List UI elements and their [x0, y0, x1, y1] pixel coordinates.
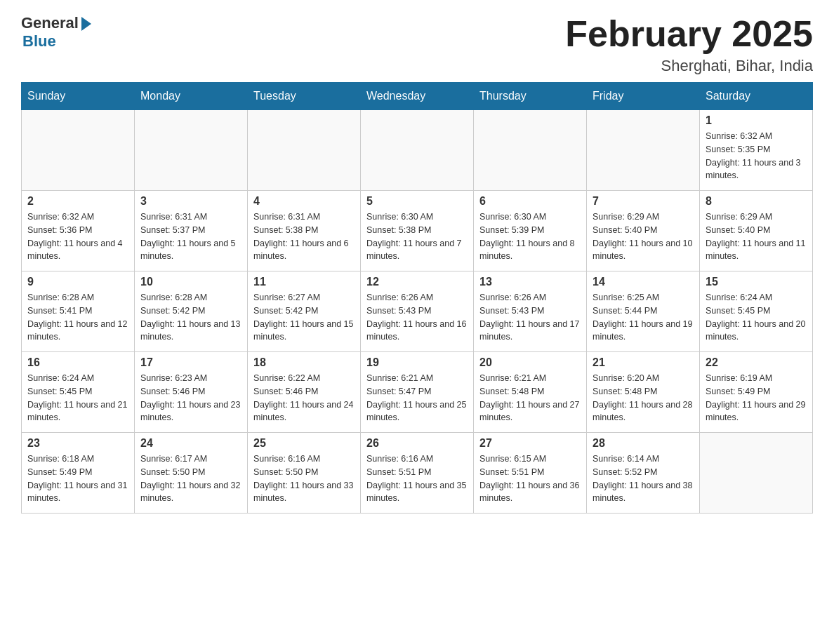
day-info-text: Sunrise: 6:28 AM Sunset: 5:41 PM Dayligh…: [27, 291, 128, 344]
calendar-cell: 8Sunrise: 6:29 AM Sunset: 5:40 PM Daylig…: [700, 191, 813, 271]
weekday-header-friday: Friday: [587, 83, 700, 110]
day-number: 19: [366, 356, 468, 369]
day-info-text: Sunrise: 6:31 AM Sunset: 5:38 PM Dayligh…: [253, 210, 355, 263]
calendar-cell: 10Sunrise: 6:28 AM Sunset: 5:42 PM Dayli…: [135, 271, 248, 352]
day-info-text: Sunrise: 6:22 AM Sunset: 5:46 PM Dayligh…: [253, 372, 355, 424]
day-number: 3: [140, 195, 241, 208]
calendar-cell: 4Sunrise: 6:31 AM Sunset: 5:38 PM Daylig…: [248, 191, 361, 271]
day-info-text: Sunrise: 6:17 AM Sunset: 5:50 PM Dayligh…: [140, 452, 241, 505]
logo-general-text: General: [21, 14, 79, 32]
day-info-text: Sunrise: 6:29 AM Sunset: 5:40 PM Dayligh…: [593, 210, 694, 263]
day-number: 26: [366, 437, 468, 450]
logo-arrow-icon: [81, 17, 91, 31]
day-number: 18: [253, 356, 355, 369]
weekday-header-tuesday: Tuesday: [248, 83, 361, 110]
day-number: 5: [366, 195, 468, 208]
day-number: 9: [27, 276, 128, 288]
day-info-text: Sunrise: 6:19 AM Sunset: 5:49 PM Dayligh…: [706, 372, 807, 424]
calendar-cell: 2Sunrise: 6:32 AM Sunset: 5:36 PM Daylig…: [22, 191, 135, 271]
week-row-2: 2Sunrise: 6:32 AM Sunset: 5:36 PM Daylig…: [22, 191, 813, 271]
day-info-text: Sunrise: 6:15 AM Sunset: 5:51 PM Dayligh…: [479, 452, 581, 505]
calendar-cell: [474, 110, 587, 191]
day-number: 12: [366, 276, 468, 288]
calendar-cell: 9Sunrise: 6:28 AM Sunset: 5:41 PM Daylig…: [22, 271, 135, 352]
calendar-cell: 21Sunrise: 6:20 AM Sunset: 5:48 PM Dayli…: [587, 352, 700, 433]
day-info-text: Sunrise: 6:30 AM Sunset: 5:38 PM Dayligh…: [366, 210, 468, 263]
day-info-text: Sunrise: 6:24 AM Sunset: 5:45 PM Dayligh…: [27, 372, 128, 424]
calendar-cell: [361, 110, 474, 191]
calendar-cell: 22Sunrise: 6:19 AM Sunset: 5:49 PM Dayli…: [700, 352, 813, 433]
day-info-text: Sunrise: 6:16 AM Sunset: 5:51 PM Dayligh…: [366, 452, 468, 505]
page-header: General Blue February 2025 Sherghati, Bi…: [21, 14, 813, 75]
calendar-cell: 27Sunrise: 6:15 AM Sunset: 5:51 PM Dayli…: [474, 433, 587, 514]
day-info-text: Sunrise: 6:32 AM Sunset: 5:35 PM Dayligh…: [706, 130, 807, 182]
day-info-text: Sunrise: 6:32 AM Sunset: 5:36 PM Dayligh…: [27, 210, 128, 263]
day-info-text: Sunrise: 6:18 AM Sunset: 5:49 PM Dayligh…: [27, 452, 128, 505]
calendar-cell: 15Sunrise: 6:24 AM Sunset: 5:45 PM Dayli…: [700, 271, 813, 352]
day-info-text: Sunrise: 6:21 AM Sunset: 5:47 PM Dayligh…: [366, 372, 468, 424]
calendar-cell: 3Sunrise: 6:31 AM Sunset: 5:37 PM Daylig…: [135, 191, 248, 271]
day-number: 23: [27, 437, 128, 450]
calendar-cell: 1Sunrise: 6:32 AM Sunset: 5:35 PM Daylig…: [700, 110, 813, 191]
day-number: 10: [140, 276, 241, 288]
month-title: February 2025: [565, 14, 813, 54]
day-info-text: Sunrise: 6:26 AM Sunset: 5:43 PM Dayligh…: [479, 291, 581, 344]
calendar-cell: 6Sunrise: 6:30 AM Sunset: 5:39 PM Daylig…: [474, 191, 587, 271]
calendar-cell: 11Sunrise: 6:27 AM Sunset: 5:42 PM Dayli…: [248, 271, 361, 352]
calendar-cell: 20Sunrise: 6:21 AM Sunset: 5:48 PM Dayli…: [474, 352, 587, 433]
weekday-header-sunday: Sunday: [22, 83, 135, 110]
day-number: 4: [253, 195, 355, 208]
week-row-4: 16Sunrise: 6:24 AM Sunset: 5:45 PM Dayli…: [22, 352, 813, 433]
day-number: 16: [27, 356, 128, 369]
calendar-cell: 28Sunrise: 6:14 AM Sunset: 5:52 PM Dayli…: [587, 433, 700, 514]
day-info-text: Sunrise: 6:16 AM Sunset: 5:50 PM Dayligh…: [253, 452, 355, 505]
day-info-text: Sunrise: 6:28 AM Sunset: 5:42 PM Dayligh…: [140, 291, 241, 344]
location-text: Sherghati, Bihar, India: [565, 57, 813, 75]
day-number: 17: [140, 356, 241, 369]
day-number: 8: [706, 195, 807, 208]
weekday-header-row: SundayMondayTuesdayWednesdayThursdayFrid…: [22, 83, 813, 110]
day-number: 24: [140, 437, 241, 450]
day-info-text: Sunrise: 6:30 AM Sunset: 5:39 PM Dayligh…: [479, 210, 581, 263]
logo-blue-text: Blue: [22, 32, 56, 51]
calendar-cell: [700, 433, 813, 514]
week-row-5: 23Sunrise: 6:18 AM Sunset: 5:49 PM Dayli…: [22, 433, 813, 514]
weekday-header-thursday: Thursday: [474, 83, 587, 110]
calendar-cell: [135, 110, 248, 191]
day-info-text: Sunrise: 6:31 AM Sunset: 5:37 PM Dayligh…: [140, 210, 241, 263]
calendar-cell: 18Sunrise: 6:22 AM Sunset: 5:46 PM Dayli…: [248, 352, 361, 433]
calendar-cell: 7Sunrise: 6:29 AM Sunset: 5:40 PM Daylig…: [587, 191, 700, 271]
weekday-header-wednesday: Wednesday: [361, 83, 474, 110]
day-number: 20: [479, 356, 581, 369]
day-number: 1: [706, 114, 807, 127]
day-number: 11: [253, 276, 355, 288]
week-row-3: 9Sunrise: 6:28 AM Sunset: 5:41 PM Daylig…: [22, 271, 813, 352]
calendar-cell: 17Sunrise: 6:23 AM Sunset: 5:46 PM Dayli…: [135, 352, 248, 433]
calendar-cell: [587, 110, 700, 191]
day-number: 7: [593, 195, 694, 208]
day-info-text: Sunrise: 6:14 AM Sunset: 5:52 PM Dayligh…: [593, 452, 694, 505]
calendar-cell: 14Sunrise: 6:25 AM Sunset: 5:44 PM Dayli…: [587, 271, 700, 352]
day-number: 13: [479, 276, 581, 288]
day-number: 21: [593, 356, 694, 369]
day-info-text: Sunrise: 6:27 AM Sunset: 5:42 PM Dayligh…: [253, 291, 355, 344]
calendar-table: SundayMondayTuesdayWednesdayThursdayFrid…: [21, 82, 813, 514]
day-number: 28: [593, 437, 694, 450]
calendar-cell: [22, 110, 135, 191]
calendar-cell: 12Sunrise: 6:26 AM Sunset: 5:43 PM Dayli…: [361, 271, 474, 352]
calendar-cell: 5Sunrise: 6:30 AM Sunset: 5:38 PM Daylig…: [361, 191, 474, 271]
calendar-cell: 24Sunrise: 6:17 AM Sunset: 5:50 PM Dayli…: [135, 433, 248, 514]
calendar-cell: 26Sunrise: 6:16 AM Sunset: 5:51 PM Dayli…: [361, 433, 474, 514]
logo: General Blue: [21, 14, 91, 51]
day-number: 22: [706, 356, 807, 369]
calendar-cell: 16Sunrise: 6:24 AM Sunset: 5:45 PM Dayli…: [22, 352, 135, 433]
day-info-text: Sunrise: 6:23 AM Sunset: 5:46 PM Dayligh…: [140, 372, 241, 424]
day-number: 14: [593, 276, 694, 288]
day-info-text: Sunrise: 6:29 AM Sunset: 5:40 PM Dayligh…: [706, 210, 807, 263]
day-info-text: Sunrise: 6:26 AM Sunset: 5:43 PM Dayligh…: [366, 291, 468, 344]
calendar-cell: 23Sunrise: 6:18 AM Sunset: 5:49 PM Dayli…: [22, 433, 135, 514]
day-info-text: Sunrise: 6:20 AM Sunset: 5:48 PM Dayligh…: [593, 372, 694, 424]
calendar-cell: 19Sunrise: 6:21 AM Sunset: 5:47 PM Dayli…: [361, 352, 474, 433]
day-info-text: Sunrise: 6:21 AM Sunset: 5:48 PM Dayligh…: [479, 372, 581, 424]
title-section: February 2025 Sherghati, Bihar, India: [565, 14, 813, 75]
